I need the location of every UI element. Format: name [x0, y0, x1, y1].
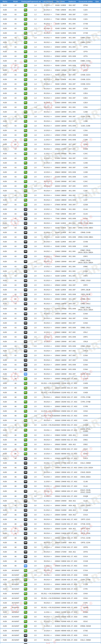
cell-oznaczenie-silnika: CRTF, CZVC	[78, 517, 93, 522]
cell-moc-silnika: 81kW / 110KM	[54, 22, 67, 26]
cell-nadwozie: 4G2, C7, 4GC	[67, 381, 78, 386]
cell-pojemnosc-silnika: 2.0	[30, 264, 41, 269]
cell-pojemnosc-silnika: 2.0	[30, 642, 41, 644]
diesel-fuel-icon: ON	[24, 331, 27, 334]
cell-opis	[93, 91, 101, 96]
cell-oznaczenie-silnika: CUNA	[78, 358, 93, 362]
table-row: AUDIA3ON1.609.2013 ->81kW / 110KM8VA, 8V…	[0, 226, 101, 230]
table-row: AUDIA6PB3.011.2010 -> 05.2012220kW / 300…	[0, 423, 101, 428]
cell-moc-silnika: 77kW / 105KM	[54, 8, 67, 12]
cell-rodzaj-paliwa: PB	[21, 82, 30, 86]
table-row: AUDIA6 AVANTON2.005.2011 ->120kW / 163KM…	[0, 633, 101, 638]
cell-model: A3	[10, 254, 21, 259]
cell-rodzaj-paliwa: PB	[21, 40, 30, 45]
cell-marka: AUDI	[0, 174, 10, 179]
cell-rodzaj-paliwa: PB	[21, 414, 30, 418]
cell-marka: AUDI	[0, 545, 10, 550]
cell-model: A6	[10, 428, 21, 433]
cell-oznaczenie-silnika: CNHA, DDDA	[78, 475, 93, 479]
cell-opis	[93, 628, 101, 633]
table-body: AUDIA3PB1.411.2013 ->81kW / 110KM8VA, 8V…	[0, 3, 101, 644]
cell-marka: AUDI	[0, 531, 10, 536]
cell-lata-produkcji: 09.2014 ->	[41, 470, 54, 475]
petrol-fuel-icon: PB	[24, 611, 27, 614]
table-row: AUDIA3PB1.205.2013 ->77kW / 105KM8VA, 8V…	[0, 12, 101, 17]
cell-rodzaj-paliwa: PB	[21, 142, 30, 147]
cell-pojemnosc-silnika: 2.0	[30, 165, 41, 170]
cell-nadwozie: 4G2, C7, 4GC	[67, 564, 78, 568]
column-header-pojemnosc-silnika: Pojemność silnika	[30, 0, 41, 3]
column-header-oznaczenie-silnika: Oznaczenie silnika	[78, 0, 93, 3]
cell-model: A3	[10, 133, 21, 138]
cell-lata-produkcji: 10.2013 ->	[41, 174, 54, 179]
cell-oznaczenie-silnika: CXSB, CZCA	[78, 72, 93, 77]
cell-opis	[93, 170, 101, 174]
cell-oznaczenie-silnika: CGLC, CMGB	[78, 461, 93, 465]
cell-marka: AUDI	[0, 610, 10, 615]
cell-oznaczenie-silnika: CYGA	[78, 568, 93, 573]
cell-moc-silnika: 155kW / 211KM	[54, 526, 67, 531]
red-slash-icon	[24, 83, 27, 86]
red-slash-icon	[24, 185, 27, 188]
cell-moc-silnika: 150kW / 204KM	[54, 499, 67, 503]
cell-moc-silnika: 228kW / 310KM	[54, 433, 67, 438]
cell-rodzaj-paliwa: PB	[21, 68, 30, 72]
cell-pojemnosc-silnika: 1.8	[30, 119, 41, 124]
cell-pojemnosc-silnika: 2.0	[30, 465, 41, 470]
diesel-fuel-icon: ON	[24, 643, 27, 644]
cell-rodzaj-paliwa: ON	[21, 283, 30, 288]
cell-nadwozie: 4GH, 4GJ	[67, 503, 78, 508]
cell-nadwozie: 8VA, 8VF	[67, 278, 78, 283]
diesel-fuel-icon: ON	[24, 457, 27, 460]
cell-nadwozie: 4G5, C7, 4GD	[67, 642, 78, 644]
table-row: AUDIA6 AVANTPB2.005.2015 ->183kW / 249KM…	[0, 582, 101, 587]
table-row: AUDIA3PB1.405.2013 ->103kW / 140KM8VS, 8…	[0, 54, 101, 58]
cell-moc-silnika: 135kW / 184KM	[54, 353, 67, 358]
cell-model: A3	[10, 100, 21, 105]
cell-rodzaj-paliwa: ON	[21, 470, 30, 475]
diesel-fuel-icon: ON	[24, 293, 27, 296]
cell-moc-silnika: 81kW / 110KM	[54, 292, 67, 297]
cell-nadwozie: 4GH, 4GJ	[67, 433, 78, 438]
red-slash-icon	[24, 419, 27, 422]
diesel-fuel-icon: ON	[24, 279, 27, 282]
cell-model: A6 AVANT	[10, 642, 21, 644]
cell-pojemnosc-silnika: 1.6	[30, 226, 41, 230]
cell-opis	[93, 340, 101, 344]
table-row: AUDIA3ON1.609.2013 ->81kW / 110KM8V1, 8V…	[0, 221, 101, 226]
cell-opis	[93, 362, 101, 367]
cell-pojemnosc-silnika: 4.0	[30, 619, 41, 624]
cell-nadwozie: 4G5, C7, 4GD	[67, 573, 78, 578]
cell-pojemnosc-silnika: 1.6	[30, 230, 41, 235]
cell-opis	[93, 390, 101, 395]
cell-marka: AUDI	[0, 624, 10, 628]
cell-pojemnosc-silnika: 2.0	[30, 156, 41, 160]
table-row: AUDIA3ON2.002.2013 ->110kW / 150KM8VA, 8…	[0, 278, 101, 283]
cell-rodzaj-paliwa: PB	[21, 433, 30, 438]
cell-nadwozie: 4G5, C7, 4GD	[67, 610, 78, 615]
cell-model: A3	[10, 3, 21, 8]
cell-nadwozie: 4G2, C7, 4GC	[67, 390, 78, 395]
cell-nadwozie: 8VA, 8VF	[67, 240, 78, 244]
cell-model: A6	[10, 465, 21, 470]
cell-oznaczenie-silnika: CXSB, CZCA	[78, 82, 93, 86]
table-row: AUDIA6 AVANTON2.011.2013 ->140kW / 190KM…	[0, 642, 101, 644]
cell-rodzaj-paliwa: ON	[21, 340, 30, 344]
petrol-fuel-icon: PB	[24, 46, 27, 48]
cell-lata-produkcji: 01.2012 ->	[41, 508, 54, 512]
cell-nadwozie: 4G2, C7, 4GC	[67, 418, 78, 423]
cell-pojemnosc-silnika: 2.0	[30, 386, 41, 390]
cell-opis	[93, 49, 101, 54]
cell-opis	[93, 423, 101, 428]
cell-nadwozie: 4GH, 4GJ	[67, 512, 78, 517]
cell-marka: AUDI	[0, 302, 10, 306]
cell-oznaczenie-silnika: CGLC, CMGB	[78, 638, 93, 642]
cell-oznaczenie-silnika: CHVA	[78, 596, 93, 601]
cell-opis	[93, 559, 101, 564]
cell-lata-produkcji: 11.2010 ->	[41, 479, 54, 484]
cell-lata-produkcji: 05.2014 ->	[41, 184, 54, 188]
cell-pojemnosc-silnika: 1.8	[30, 110, 41, 114]
cell-pojemnosc-silnika: 3.0	[30, 499, 41, 503]
cell-oznaczenie-silnika: CGWD	[78, 433, 93, 438]
cell-opis	[93, 142, 101, 147]
